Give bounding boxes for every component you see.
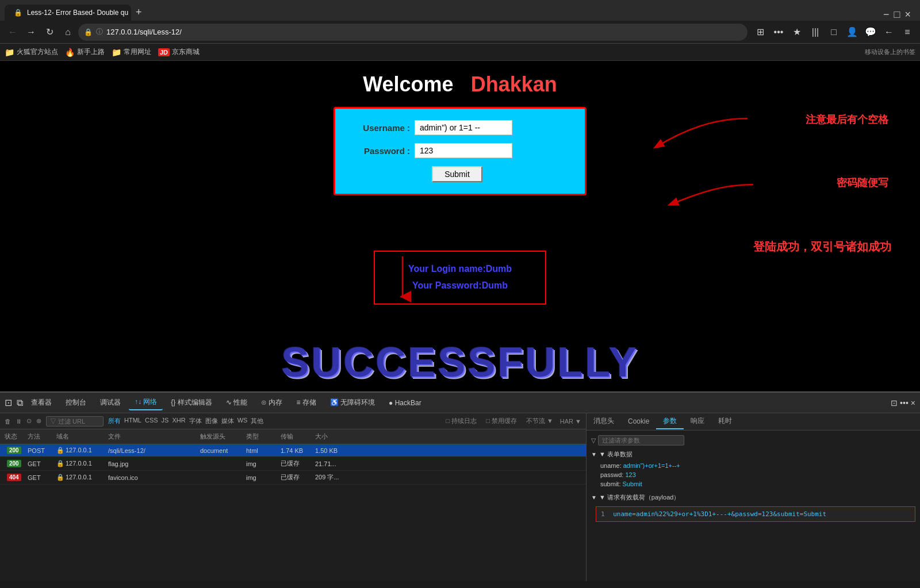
payload-header[interactable]: ▼ ▼ 请求有效载荷（payload）: [591, 493, 915, 502]
bookmark-huohu[interactable]: 📁 火狐官方站点: [5, 47, 58, 57]
params-tab-response[interactable]: 响应: [684, 414, 711, 429]
more-button[interactable]: •••: [770, 24, 787, 40]
filter-media[interactable]: 媒体: [221, 417, 234, 425]
devtools-more-button[interactable]: •••: [900, 398, 908, 408]
filter-font[interactable]: 字体: [189, 417, 202, 425]
maximize-button[interactable]: □: [894, 9, 900, 21]
success-text: SUCCESSFULLY: [281, 339, 638, 386]
form-data-header[interactable]: ▼ ▼ 表单数据: [591, 450, 915, 459]
network-row-post[interactable]: 200 POST 🔒127.0.0.1 /sqli/Less-12/ docum…: [0, 444, 586, 457]
file-1: /sqli/Less-12/: [103, 446, 195, 455]
status-404-badge: 404: [7, 474, 21, 481]
filter-all[interactable]: 所有: [108, 417, 121, 425]
welcome-text: Welcome: [363, 72, 453, 96]
col-status: 状态: [0, 431, 23, 442]
devtools-inspect-icon[interactable]: ⊡: [5, 397, 12, 408]
param-submit-val: Submit: [623, 481, 642, 487]
pause-icon[interactable]: ⏸: [16, 418, 22, 425]
url-filter-input[interactable]: [46, 416, 103, 426]
newuser-icon: 🔥: [65, 48, 75, 57]
col-transfer: 传输: [276, 431, 310, 442]
forward-button[interactable]: →: [23, 24, 39, 40]
filter-ws[interactable]: WS: [237, 417, 248, 425]
reload-button[interactable]: ↻: [41, 24, 57, 40]
back-button[interactable]: ←: [5, 24, 21, 40]
disable-cache-checkbox[interactable]: □ 禁用缓存: [486, 417, 517, 425]
devtools-tab-network[interactable]: ↑↓ 网络: [129, 395, 163, 410]
nav-bar: ← → ↻ ⌂ 🔒 ⓘ 127.0.0.1/sqli/Less-12/ ⊞ ••…: [0, 21, 920, 44]
arrow-top: [638, 113, 753, 159]
home-button[interactable]: ⌂: [60, 24, 76, 40]
trigger-3: [195, 476, 241, 479]
size-3: 209 字...: [310, 472, 345, 483]
params-tab-cookie[interactable]: Cookie: [621, 415, 656, 429]
params-tab-params[interactable]: 参数: [656, 414, 684, 429]
minimize-button[interactable]: −: [883, 9, 890, 21]
devtools-tab-a11y[interactable]: ♿ 无障碍环境: [324, 395, 381, 410]
chat-button[interactable]: 💬: [862, 24, 879, 40]
username-input[interactable]: [415, 120, 512, 135]
filter-js[interactable]: JS: [162, 417, 169, 425]
filter-image[interactable]: 图像: [205, 417, 218, 425]
close-button[interactable]: ×: [904, 9, 911, 21]
sync-button[interactable]: 👤: [844, 24, 860, 40]
file-2: flag.jpg: [103, 459, 195, 468]
param-uname-key: uname:: [600, 462, 623, 469]
persist-log-checkbox[interactable]: □ 持续日志: [446, 417, 477, 425]
filter-css[interactable]: CSS: [145, 417, 158, 425]
library-button[interactable]: |||: [807, 24, 823, 40]
submit-button[interactable]: Submit: [432, 166, 482, 182]
params-tab-headers[interactable]: 消息头: [586, 414, 621, 429]
extensions-button[interactable]: ⊞: [752, 24, 768, 40]
params-tab-timing[interactable]: 耗时: [711, 414, 739, 429]
bookmark-common[interactable]: 📁 常用网址: [112, 47, 151, 57]
payload-triangle-icon: ▼: [591, 494, 597, 501]
password-input[interactable]: [415, 143, 512, 158]
devtools-pick-icon[interactable]: ⧉: [17, 398, 23, 408]
active-tab[interactable]: 🔒 Less-12- Error Based- Double qu ×: [5, 5, 131, 21]
bookmark-button[interactable]: ★: [789, 24, 805, 40]
devtools-dock-button[interactable]: ⊡: [891, 398, 898, 408]
devtools-tab-storage[interactable]: ≡ 存储: [290, 395, 321, 410]
har-button[interactable]: HAR ▼: [560, 418, 581, 425]
devtools-toolbar: ⊡ ⧉ 查看器 控制台 调试器 ↑↓ 网络 {} 样式编辑器 ∿ 性能 ⊙ 内存…: [0, 393, 920, 413]
devtools-tab-memory[interactable]: ⊙ 内存: [255, 395, 288, 410]
throttle-select[interactable]: 不节流 ▼: [526, 417, 553, 425]
new-tab-button[interactable]: +: [131, 4, 147, 21]
bookmark-jd-label: 京东商城: [172, 47, 200, 57]
col-type: 类型: [241, 431, 276, 442]
devtools-close-button[interactable]: ×: [911, 398, 915, 408]
result-line1: Your Login name:Dumb: [392, 261, 528, 278]
filter-icon[interactable]: ⊙: [26, 417, 32, 425]
devtools-tab-inspector[interactable]: 查看器: [25, 395, 57, 410]
param-uname-val: admin")+or+1=1+--+: [623, 462, 680, 469]
result-box: Your Login name:Dumb Your Password:Dumb: [374, 251, 546, 305]
size-1: 1.50 KB: [310, 446, 345, 455]
address-bar[interactable]: 🔒 ⓘ 127.0.0.1/sqli/Less-12/: [78, 24, 747, 41]
filter-html[interactable]: HTML: [124, 417, 141, 425]
devtools-tab-console[interactable]: 控制台: [60, 395, 92, 410]
back2-button[interactable]: ←: [881, 24, 897, 40]
filter-xhr[interactable]: XHR: [172, 417, 185, 425]
filter-bar: 🗑 ⏸ ⊙ ⊗ 所有 HTML CSS JS XHR 字体 图像 媒体 WS 其…: [0, 413, 586, 429]
devtools-tab-hackbar[interactable]: ● HackBar: [383, 397, 427, 409]
devtools-tab-debugger[interactable]: 调试器: [94, 395, 126, 410]
info-icon: ⓘ: [96, 27, 103, 37]
bookmark-newuser[interactable]: 🔥 新手上路: [65, 47, 105, 57]
bookmark-jd[interactable]: JD 京东商城: [158, 47, 200, 57]
password-label: Password :: [347, 146, 410, 156]
domain-1: 🔒127.0.0.1: [52, 445, 103, 455]
devtools-tab-style[interactable]: {} 样式编辑器: [165, 395, 217, 410]
jd-icon: JD: [158, 48, 170, 56]
network-row-get-favicon[interactable]: 404 GET 🔒127.0.0.1 favicon.ico img 已缓存 2…: [0, 471, 586, 485]
menu-button[interactable]: ≡: [899, 24, 915, 40]
network-left-panel: 🗑 ⏸ ⊙ ⊗ 所有 HTML CSS JS XHR 字体 图像 媒体 WS 其…: [0, 413, 586, 581]
params-filter-input[interactable]: [598, 435, 684, 445]
network-row-get-flag[interactable]: 200 GET 🔒127.0.0.1 flag.jpg img 已缓存 21.7…: [0, 457, 586, 471]
block-icon[interactable]: ⊗: [36, 417, 41, 425]
container-button[interactable]: □: [826, 24, 842, 40]
params-tabs: 消息头 Cookie 参数 响应 耗时: [586, 413, 920, 431]
trash-icon[interactable]: 🗑: [5, 418, 11, 425]
devtools-tab-perf[interactable]: ∿ 性能: [220, 395, 253, 410]
filter-other[interactable]: 其他: [251, 417, 263, 425]
